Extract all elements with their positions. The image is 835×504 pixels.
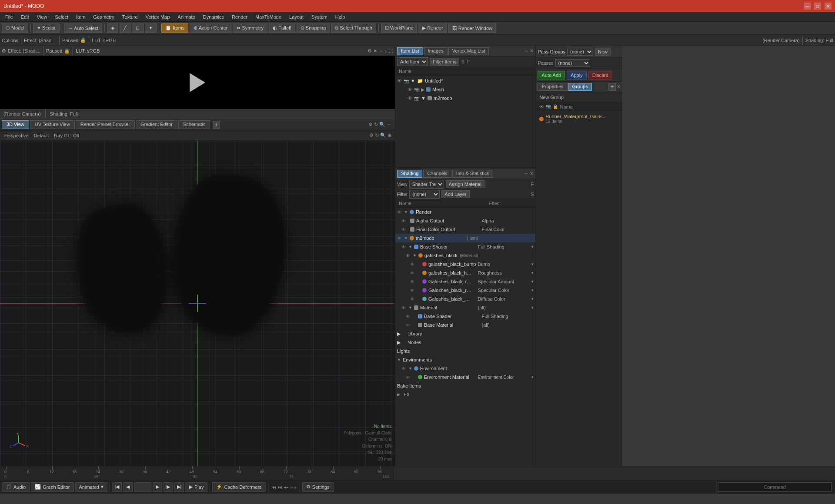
shader-tree-select[interactable]: Shader Tree [409, 180, 444, 189]
item-mode-button[interactable]: ✦ [145, 23, 157, 33]
expand-untitled[interactable]: ▼ [411, 78, 415, 83]
shader-row-bump[interactable]: 👁 galoshes_black_bump Bump ▾ [395, 260, 535, 269]
eye-spec-col[interactable]: 👁 [410, 288, 415, 293]
env-mat-arrow[interactable]: ▾ [531, 375, 534, 379]
shader-row-alpha[interactable]: 👁 Alpha Output Alpha [395, 216, 535, 225]
maximize-button[interactable]: □ [814, 3, 821, 10]
item-row-mesh[interactable]: 👁 📷 ▶ Mesh [395, 85, 535, 94]
eye-render[interactable]: 👁 [397, 210, 402, 215]
menu-vertex-map[interactable]: Vertex Map [142, 13, 174, 20]
discard-button[interactable]: Discard [588, 71, 612, 80]
expand-material[interactable]: ▼ [408, 305, 412, 310]
play-button[interactable] [187, 72, 208, 93]
group-entry-rubber[interactable]: Rubber_Waterproof_Galos... 12 Items [538, 113, 621, 125]
eye-m2modo-sh[interactable]: 👁 [397, 236, 402, 241]
expand-environment[interactable]: ▼ [408, 366, 412, 371]
shader-row-galoshes-black[interactable]: 👁 ▼ galoshes_black (Material) [395, 251, 535, 260]
model-button[interactable]: ⬡ Model [2, 23, 28, 33]
eye-base-sh-2[interactable]: 👁 [406, 314, 411, 319]
expand-nodes[interactable]: ▶ [397, 340, 402, 345]
menu-system[interactable]: System [308, 13, 331, 20]
items-button[interactable]: 📋 Items [161, 23, 188, 33]
expand-mesh[interactable]: ▶ [421, 87, 424, 93]
audio-button[interactable]: 🎵 Audio [2, 482, 30, 492]
vertex-mode-button[interactable]: ◈ [107, 23, 118, 33]
menu-texture[interactable]: Texture [119, 13, 141, 20]
symmetry-button[interactable]: ⇔ Symmetry [233, 23, 267, 33]
skip-start-button[interactable]: |◀ [112, 482, 122, 492]
tab-info-stats[interactable]: Info & Statistics [452, 170, 493, 178]
shader-row-roughness[interactable]: 👁 galoshes_black_hgloss... Roughness ▾ [395, 269, 535, 277]
expand-environments[interactable]: ▼ [397, 358, 401, 362]
frame-number-input[interactable]: 0 [134, 482, 151, 492]
minimize-button[interactable]: ─ [804, 3, 811, 10]
shader-row-base-shader-1[interactable]: 👁 ▼ Base Shader Full Shading ▾ [395, 242, 535, 251]
menu-dynamics[interactable]: Dynamics [200, 13, 227, 20]
add-tab-button[interactable]: + [213, 121, 220, 129]
menu-select[interactable]: Select [51, 13, 72, 20]
menu-geometry[interactable]: Geometry [90, 13, 117, 20]
tab-shading[interactable]: Shading [397, 170, 422, 178]
shader-row-environment[interactable]: 👁 ▼ Environment [395, 364, 535, 373]
expand-m2modo[interactable]: ▼ [421, 96, 426, 101]
snapping-button[interactable]: ⊙ Snapping [297, 23, 330, 33]
render-window-button[interactable]: 🖼 Render Window [448, 23, 496, 33]
tab-vertex-map[interactable]: Vertex Map List [448, 47, 489, 55]
tab-uv-texture[interactable]: UV Texture View [30, 120, 75, 129]
sculpt-button[interactable]: ✦ Sculpt [33, 23, 60, 33]
eye-final[interactable]: 👁 [401, 227, 407, 232]
add-layer-button[interactable]: Add Layer [441, 190, 469, 198]
timeline-ruler[interactable]: 0 6 12 18 24 30 36 42 48 54 60 66 72 [0, 466, 395, 480]
tab-images[interactable]: Images [424, 47, 448, 55]
new-pass-button[interactable]: New [595, 48, 611, 56]
menu-edit[interactable]: Edit [17, 13, 33, 20]
animated-button[interactable]: Animated ▾ [75, 482, 107, 492]
shader-row-specular-color[interactable]: 👁 Galoshes_black_reflect... Specular Col… [395, 286, 535, 295]
shader-row-specular-amount[interactable]: 👁 Galoshes_black_reflect... Specular Amo… [395, 277, 535, 286]
tab-groups[interactable]: Groups [568, 83, 592, 91]
select-through-button[interactable]: ⧉ Select Through [331, 23, 376, 33]
eye-spec-amt[interactable]: 👁 [410, 279, 415, 284]
add-item-select[interactable]: Add Item [397, 57, 428, 66]
auto-add-button[interactable]: Auto Add [538, 71, 565, 80]
item-row-untitled[interactable]: 👁 📷 ▼ 📁 Untitled* [395, 76, 535, 85]
poly-mode-button[interactable]: ◻ [132, 23, 144, 33]
viewport-canvas[interactable]: X Z Y No Items Polygons : Catmull-Clark … [0, 141, 395, 466]
shader-row-render[interactable]: 👁 ▼ Render [395, 208, 535, 216]
eye-roughness[interactable]: 👁 [410, 271, 415, 275]
filter-select[interactable]: (none) [409, 190, 440, 199]
eye-mesh[interactable]: 👁 [407, 87, 412, 92]
eye-alpha[interactable]: 👁 [401, 219, 407, 223]
command-input[interactable] [718, 482, 832, 492]
eye-material[interactable]: 👁 [401, 305, 407, 310]
filter-items-button[interactable]: Filter Items [430, 58, 459, 66]
bump-arrow[interactable]: ▾ [531, 262, 534, 266]
shader-row-environments[interactable]: ▼ Environments [395, 355, 535, 364]
menu-render[interactable]: Render [228, 13, 251, 20]
menu-item[interactable]: Item [73, 13, 89, 20]
groups-content[interactable]: Rubber_Waterproof_Galos... 12 Items [536, 111, 622, 466]
eye-m2modo[interactable]: 👁 [407, 96, 412, 101]
expand-m2modo-sh[interactable]: ▼ [404, 236, 408, 240]
expand-galoshes[interactable]: ▼ [413, 253, 417, 258]
shader-row-lights[interactable]: Lights [395, 347, 535, 355]
tab-properties[interactable]: Properties [538, 83, 567, 91]
menu-animate[interactable]: Animate [174, 13, 198, 20]
3d-viewport[interactable]: 3D View UV Texture View Render Preset Br… [0, 119, 395, 466]
eye-galoshes[interactable]: 👁 [406, 253, 411, 258]
shader-row-base-material[interactable]: 👁 Base Material (all) [395, 321, 535, 329]
diffuse-arrow[interactable]: ▾ [531, 297, 534, 301]
item-row-m2modo[interactable]: 👁 📷 ▼ m2modo [395, 94, 535, 103]
tab-gradient-editor[interactable]: Gradient Editor [136, 120, 177, 129]
shader-row-env-material[interactable]: 👁 Environment Material Environment Color… [395, 373, 535, 381]
shader-row-m2modo[interactable]: 👁 ▼ m2modo (item) [395, 234, 535, 242]
expand-fx[interactable]: ▶ [397, 392, 400, 397]
shader-row-library[interactable]: ▶ Library [395, 329, 535, 338]
tab-item-list[interactable]: Item List [397, 47, 423, 55]
auto-select-button[interactable]: ↔ Auto Select [64, 23, 103, 33]
menu-file[interactable]: File [2, 13, 17, 20]
eye-base-mat[interactable]: 👁 [406, 323, 411, 328]
expand-render[interactable]: ▼ [404, 210, 408, 214]
play-stop-button[interactable]: ▶ [164, 482, 173, 492]
assign-material-button[interactable]: Assign Material [446, 180, 484, 188]
